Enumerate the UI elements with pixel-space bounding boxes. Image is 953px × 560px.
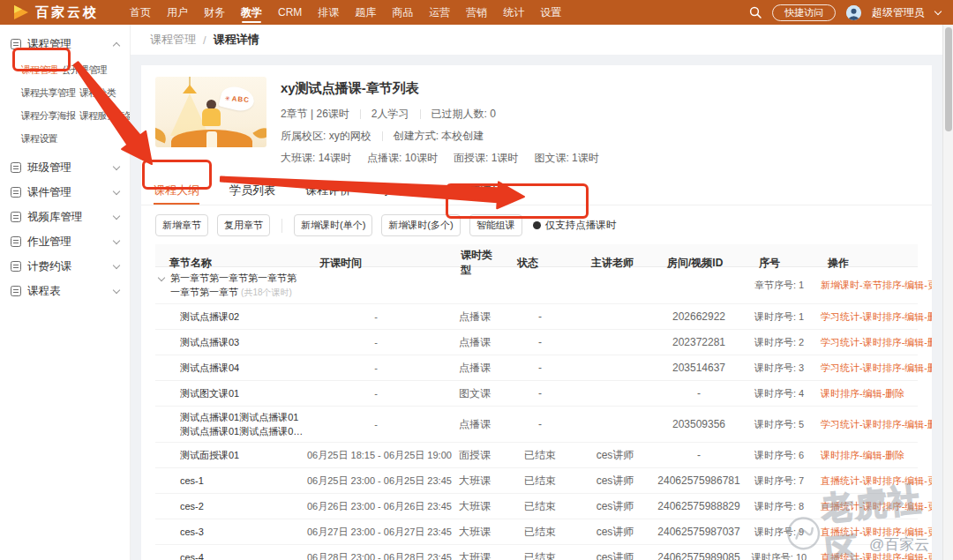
room-video-id: 202662922 [653,307,745,326]
row-actions[interactable]: 学习统计-课时排序-编辑-删除 [814,414,932,435]
tab[interactable]: 学习统计 [381,177,427,205]
table-row[interactable]: 测试点播课01测试点播课01测试点播课01测试点播课01测... - 点播课 -… [155,407,918,443]
reuse-chapter-button[interactable]: 复用章节 [217,214,270,236]
lesson-count-suffix: (共18个课时) [241,287,292,297]
row-actions[interactable]: 学习统计-课时排序-编辑-删除 [814,358,932,378]
table-body: 第一章节第一章节第一章节第一章节第一章节 (共18个课时) 章节序号: 1 新增… [155,267,918,560]
status-badge: - [503,307,577,326]
search-icon[interactable] [749,6,762,19]
menu-group-icon [11,261,21,272]
add-chapter-button[interactable]: 新增章节 [155,214,208,236]
brand[interactable]: 百家云校 [12,4,99,21]
room-video-id: 202372281 [653,332,745,352]
top-menu-item[interactable]: 运营 [429,0,450,25]
user-menu[interactable]: 超级管理员 [872,5,925,20]
top-menu-item[interactable]: 设置 [540,0,561,25]
table-row[interactable]: 测试点播课04 - 点播课 - 203514637 课时序号: 3 学习统计-课… [155,355,918,381]
table-row[interactable]: 测试面授课01 06月25日 18:15 - 06月25日 19:00 面授课 … [155,443,918,468]
navbar-right: 快捷访问 超级管理员 [749,4,941,21]
sidebar-group[interactable]: 班级管理 [0,155,130,180]
smart-compose-button[interactable]: 智能组课 [469,214,522,236]
sidebar-subitem[interactable]: 课程服务标签 [79,109,131,122]
sidebar-group-course-management[interactable]: 课程管理 [0,32,130,56]
brand-title: 百家云校 [35,4,99,21]
top-menu-item[interactable]: 题库 [355,0,376,25]
lesson-type: 点播课 [446,357,503,379]
chevron-down-icon [113,212,120,219]
table-row[interactable]: ces-1 06月25日 23:00 - 06月25日 23:45 大班课 已结… [155,468,918,494]
tab[interactable]: 学员列表 [229,177,275,205]
row-actions[interactable]: 直播统计-课时排序-编辑-更多 [814,497,932,517]
room-video-id: - [653,384,745,403]
table-row[interactable]: 测试点播课02 - 点播课 - 202662922 课时序号: 1 学习统计-课… [155,304,918,330]
sidebar-subitem[interactable]: 课程设置 [21,132,57,145]
quick-access-button[interactable]: 快捷访问 [772,4,836,21]
sidebar-group[interactable]: 课程表 [0,279,130,303]
row-actions[interactable]: 直播统计-课时排序-编辑-更多 [814,471,932,491]
menu-group-icon [11,187,21,198]
sidebar-group-label: 课件管理 [27,185,71,200]
top-menu-item[interactable]: 营销 [466,0,487,25]
tab[interactable]: 课程大纲 [154,177,199,205]
row-actions[interactable]: 新增课时-章节排序-编辑-更多 [814,275,932,295]
sidebar-group[interactable]: 作业管理 [0,229,130,254]
teacher-name: ces讲师 [577,470,653,492]
table-row[interactable]: 测试点播课03 - 点播课 - 202372281 课时序号: 2 学习统计-课… [155,330,918,355]
table-row[interactable]: ces-2 06月26日 23:00 - 06月26日 23:45 大班课 已结… [155,494,918,519]
table-header-cell: 房间/视频ID [653,252,745,274]
sidebar-group-label: 作业管理 [27,235,71,250]
sidebar-subitem[interactable]: 公开课管理 [62,63,107,76]
sidebar-subitem[interactable]: 课程共享管理 [21,86,75,99]
course-thumbnail: ✳ABC [155,77,266,147]
row-actions[interactable]: 课时排序-编辑-删除 [814,445,918,466]
row-actions[interactable]: 直播统计-课时排序-编辑-更多 [814,548,932,560]
sidebar-subitem[interactable]: 课程管理 [21,63,57,76]
row-actions[interactable]: 直播统计-课时排序-编辑-更多 [814,522,932,542]
teacher-name: ces讲师 [577,521,653,543]
sidebar-group[interactable]: 计费约课 [0,254,130,279]
room-video-id: 203514637 [653,358,745,377]
table-row[interactable]: ces-4 06月28日 23:00 - 06月28日 23:45 大班课 已结… [155,545,918,560]
sequence-number: 课时序号: 4 [745,384,814,404]
chevron-down-icon[interactable] [158,274,165,281]
chevron-down-icon [113,187,120,194]
sidebar-group[interactable]: 课件管理 [0,180,130,205]
scrollbar-thumb[interactable] [945,27,952,131]
status-badge: - [503,384,577,403]
status-badge: 已结束 [503,496,577,518]
course-management-icon [11,39,21,49]
top-menu-item[interactable]: 财务 [204,0,225,25]
avatar[interactable] [846,5,861,20]
breadcrumb: 课程管理 / 课程详情 [131,25,942,55]
top-menu-item[interactable]: 商品 [392,0,413,25]
row-actions[interactable]: 学习统计-课时排序-编辑-删除 [814,307,932,327]
tab[interactable]: 课程评价 [305,177,351,205]
sidebar-subitem[interactable]: 课程分享海报 [21,109,75,122]
status-badge: 已结束 [503,470,577,492]
row-actions[interactable]: 学习统计-课时排序-编辑-删除 [814,332,932,353]
top-menu-item[interactable]: 排课 [318,0,339,25]
top-navbar: 百家云校 首页用户财务教学CRM排课题库商品运营营销统计设置 快捷访问 超级管理… [0,0,953,25]
room-video-id: 203509356 [653,414,745,434]
top-menu-item[interactable]: 教学 [241,0,262,25]
lesson-name: 测试图文课01 [180,388,239,399]
brand-logo-icon [12,4,30,20]
lesson-name: 测试点播课02 [180,311,239,322]
lesson-name: ces-2 [180,501,204,511]
start-time: - [305,359,446,377]
tab[interactable]: 课节统计 [457,177,503,205]
table-row[interactable]: 测试图文课01 - 图文课 - - 课时序号: 4 课时排序-编辑-删除 [155,381,918,407]
sidebar-subitem[interactable]: 课程分类 [79,86,116,99]
sidebar-group[interactable]: 视频库管理 [0,205,130,229]
scrollbar[interactable] [942,25,953,560]
top-menu-item[interactable]: 用户 [167,0,188,25]
row-actions[interactable]: 课时排序-编辑-删除 [814,384,918,404]
chevron-down-icon [113,236,120,243]
top-menu-item[interactable]: CRM [278,0,302,25]
table-row[interactable]: ces-3 06月27日 23:00 - 06月27日 23:45 大班课 已结… [155,519,918,545]
add-lesson-multi-button[interactable]: 新增课时(多个) [381,214,460,236]
top-menu-item[interactable]: 统计 [503,0,524,25]
breadcrumb-parent[interactable]: 课程管理 [150,32,196,48]
top-menu-item[interactable]: 首页 [130,0,151,25]
add-lesson-single-button[interactable]: 新增课时(单个) [294,214,372,236]
